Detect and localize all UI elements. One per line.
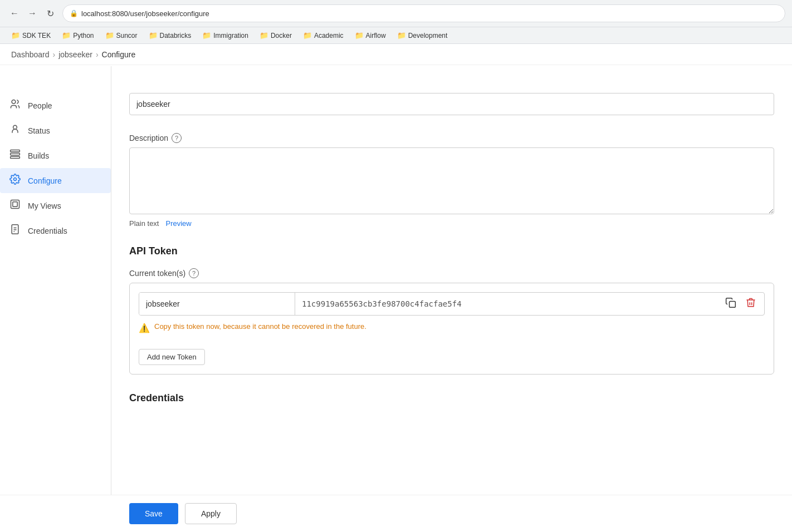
- svg-rect-8: [12, 225, 18, 234]
- apply-button[interactable]: Apply: [185, 503, 237, 524]
- add-new-token-button[interactable]: Add new Token: [139, 349, 205, 365]
- address-bar[interactable]: 🔒 localhost:8080/user/jobseeker/configur…: [62, 4, 785, 22]
- credentials-icon: [9, 224, 21, 238]
- svg-rect-3: [11, 153, 20, 155]
- sidebar-label-status: Status: [28, 126, 50, 135]
- configure-icon: [9, 174, 21, 188]
- preview-option[interactable]: Preview: [165, 219, 191, 228]
- bookmarks-bar: 📁 SDK TEK 📁 Python 📁 Suncor 📁 Databricks…: [0, 27, 792, 44]
- svg-point-0: [12, 100, 16, 104]
- folder-icon: 📁: [149, 31, 158, 40]
- copy-token-button[interactable]: [722, 294, 740, 314]
- credentials-title: Credentials: [129, 392, 774, 404]
- sidebar: People Status Builds: [0, 66, 111, 532]
- bottom-action-bar: Save Apply: [0, 495, 792, 532]
- folder-icon: 📁: [303, 31, 312, 40]
- main-content: Description ? Plain text Preview API Tok…: [111, 66, 792, 532]
- folder-icon: 📁: [355, 31, 364, 40]
- text-format-bar: Plain text Preview: [129, 219, 774, 228]
- description-section: Description ? Plain text Preview: [129, 133, 774, 228]
- sidebar-label-builds: Builds: [28, 151, 49, 160]
- current-tokens-label: Current token(s) ?: [129, 268, 774, 278]
- folder-icon: 📁: [260, 31, 268, 40]
- breadcrumb-sep-2: ›: [96, 50, 99, 59]
- bookmark-sdk-tek[interactable]: 📁 SDK TEK: [7, 29, 55, 41]
- folder-icon: 📁: [105, 31, 114, 40]
- token-name-input[interactable]: [139, 293, 295, 315]
- back-button[interactable]: ←: [7, 6, 22, 21]
- sidebar-item-configure[interactable]: Configure: [0, 168, 111, 193]
- status-icon: [9, 124, 21, 137]
- forward-button[interactable]: →: [25, 6, 40, 21]
- sidebar-label-my-views: My Views: [28, 201, 61, 210]
- builds-icon: [9, 149, 21, 162]
- api-token-title: API Token: [129, 245, 774, 257]
- name-input[interactable]: [129, 93, 774, 115]
- svg-rect-7: [13, 202, 17, 206]
- url-text: localhost:8080/user/jobseeker/configure: [81, 9, 209, 18]
- bookmark-airflow[interactable]: 📁 Airflow: [350, 29, 390, 41]
- people-icon: [9, 98, 21, 112]
- delete-token-button[interactable]: [742, 294, 760, 314]
- svg-rect-2: [11, 150, 20, 152]
- sidebar-item-status[interactable]: Status: [0, 118, 111, 143]
- plain-text-option[interactable]: Plain text: [129, 219, 159, 228]
- reload-button[interactable]: ↻: [42, 6, 58, 21]
- warning-icon: ⚠️: [139, 323, 150, 333]
- sidebar-item-my-views[interactable]: My Views: [0, 193, 111, 218]
- bookmark-suncor[interactable]: 📁 Suncor: [101, 29, 142, 41]
- lock-icon: 🔒: [70, 9, 78, 17]
- token-warning: ⚠️ Copy this token now, because it canno…: [139, 322, 765, 333]
- my-views-icon: [9, 199, 21, 213]
- bookmark-development[interactable]: 📁 Development: [393, 29, 452, 41]
- svg-rect-6: [11, 200, 19, 209]
- svg-point-1: [13, 125, 17, 129]
- folder-icon: 📁: [202, 31, 211, 40]
- warning-text: Copy this token now, because it cannot b…: [154, 322, 366, 331]
- breadcrumb-sep-1: ›: [53, 50, 56, 59]
- sidebar-label-configure: Configure: [28, 176, 62, 185]
- sidebar-item-credentials[interactable]: Credentials: [0, 218, 111, 243]
- current-tokens-help-icon[interactable]: ?: [189, 268, 199, 278]
- breadcrumb-dashboard[interactable]: Dashboard: [11, 50, 50, 59]
- copy-icon: [725, 297, 736, 311]
- svg-rect-4: [11, 156, 20, 158]
- folder-icon: 📁: [11, 31, 20, 40]
- svg-rect-12: [730, 301, 736, 307]
- bookmark-python[interactable]: 📁 Python: [57, 29, 98, 41]
- credentials-section: Credentials: [129, 392, 774, 404]
- folder-icon: 📁: [62, 31, 71, 40]
- description-label: Description ?: [129, 133, 774, 143]
- trash-icon: [745, 297, 756, 311]
- save-button[interactable]: Save: [129, 503, 178, 524]
- token-value-display: 11c9919a65563cb3fe98700c4facfae5f4: [295, 295, 717, 313]
- bookmark-databricks[interactable]: 📁 Databricks: [144, 29, 196, 41]
- api-token-section: API Token Current token(s) ? 11c9919a655…: [129, 245, 774, 375]
- description-help-icon[interactable]: ?: [172, 133, 182, 143]
- svg-point-5: [14, 178, 17, 181]
- sidebar-label-credentials: Credentials: [28, 226, 67, 235]
- breadcrumb-jobseeker[interactable]: jobseeker: [58, 50, 92, 59]
- bookmark-docker[interactable]: 📁 Docker: [255, 29, 296, 41]
- sidebar-item-people[interactable]: People: [0, 93, 111, 118]
- name-section: [129, 93, 774, 115]
- breadcrumb: Dashboard › jobseeker › Configure: [0, 45, 792, 65]
- bookmark-academic[interactable]: 📁 Academic: [299, 29, 348, 41]
- token-row: 11c9919a65563cb3fe98700c4facfae5f4: [139, 292, 765, 316]
- token-box: 11c9919a65563cb3fe98700c4facfae5f4: [129, 283, 774, 375]
- sidebar-item-builds[interactable]: Builds: [0, 143, 111, 168]
- sidebar-label-people: People: [28, 101, 52, 110]
- breadcrumb-configure: Configure: [102, 50, 136, 59]
- description-textarea[interactable]: [129, 147, 774, 214]
- bookmark-immigration[interactable]: 📁 Immigration: [198, 29, 253, 41]
- token-actions: [717, 294, 764, 314]
- folder-icon: 📁: [397, 31, 406, 40]
